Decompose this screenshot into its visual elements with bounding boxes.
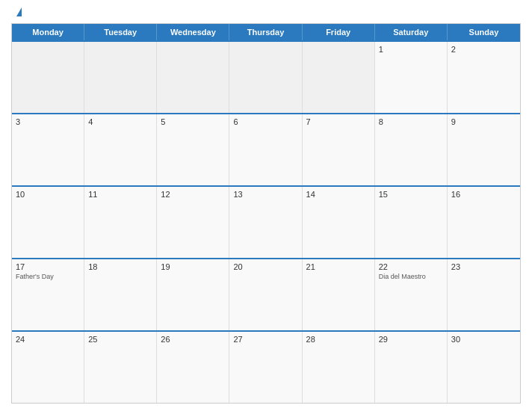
calendar-cell: 2 [448,42,520,113]
calendar-cell: 28 [303,332,375,403]
day-header-friday: Friday [303,24,375,40]
calendar-week-2: 3456789 [12,113,520,185]
calendar-cell: 16 [448,187,520,258]
calendar-cell: 21 [303,259,375,330]
page: MondayTuesdayWednesdayThursdayFridaySatu… [0,0,532,411]
day-number: 13 [233,190,297,199]
day-number: 8 [379,117,443,126]
calendar-cell: 3 [12,114,84,185]
calendar-cell: 5 [157,114,229,185]
calendar-header: MondayTuesdayWednesdayThursdayFridaySatu… [12,24,520,40]
day-number: 28 [306,335,371,344]
calendar-week-1: 12 [12,40,520,113]
calendar-week-5: 24252627282930 [12,330,520,403]
calendar-cell: 23 [448,259,520,330]
day-number: 17 [16,262,80,271]
day-number: 6 [233,117,297,126]
holiday-label: Father's Day [16,273,80,281]
calendar-cell: 24 [12,332,84,403]
calendar-cell [157,42,229,113]
header [11,7,521,17]
calendar-cell: 29 [375,332,448,403]
calendar-cell: 20 [229,259,302,330]
day-number: 30 [451,335,516,344]
day-number: 9 [451,117,516,126]
day-number: 4 [88,117,152,126]
calendar-cell [12,42,84,113]
calendar-cell: 12 [157,187,229,258]
calendar-cell: 7 [303,114,375,185]
day-number: 27 [233,335,297,344]
calendar: MondayTuesdayWednesdayThursdayFridaySatu… [11,23,521,404]
day-number: 11 [88,190,152,199]
calendar-cell: 6 [229,114,302,185]
calendar-cell: 19 [157,259,229,330]
day-number: 19 [161,262,225,271]
day-number: 12 [161,190,225,199]
calendar-cell: 15 [375,187,448,258]
logo-triangle-icon [16,7,22,16]
calendar-cell [84,42,157,113]
logo [15,7,22,17]
day-header-tuesday: Tuesday [84,24,157,40]
calendar-body: 1234567891011121314151617Father's Day181… [12,40,520,403]
holiday-label: Dia del Maestro [379,273,443,281]
day-header-sunday: Sunday [448,24,520,40]
day-number: 15 [379,190,443,199]
day-number: 18 [88,262,152,271]
day-number: 20 [233,262,297,271]
day-header-thursday: Thursday [229,24,302,40]
calendar-cell: 14 [303,187,375,258]
calendar-week-3: 10111213141516 [12,185,520,258]
calendar-cell [229,42,302,113]
calendar-cell: 1 [375,42,448,113]
calendar-cell: 17Father's Day [12,259,84,330]
day-number: 5 [161,117,225,126]
day-number: 23 [451,262,516,271]
calendar-week-4: 17Father's Day1819202122Dia del Maestro2… [12,258,520,330]
day-number: 14 [306,190,371,199]
day-number: 24 [16,335,80,344]
day-number: 16 [451,190,516,199]
calendar-cell: 26 [157,332,229,403]
calendar-cell: 9 [448,114,520,185]
day-number: 21 [306,262,371,271]
day-number: 2 [451,45,516,54]
calendar-cell: 25 [84,332,157,403]
calendar-cell: 13 [229,187,302,258]
calendar-cell: 11 [84,187,157,258]
day-number: 22 [379,262,443,271]
calendar-cell: 4 [84,114,157,185]
day-number: 10 [16,190,80,199]
calendar-cell: 30 [448,332,520,403]
day-number: 25 [88,335,152,344]
calendar-cell: 10 [12,187,84,258]
day-number: 29 [379,335,443,344]
day-number: 26 [161,335,225,344]
day-number: 3 [16,117,80,126]
day-header-wednesday: Wednesday [157,24,229,40]
calendar-cell: 22Dia del Maestro [375,259,448,330]
day-header-monday: Monday [12,24,84,40]
calendar-cell: 8 [375,114,448,185]
day-header-saturday: Saturday [375,24,448,40]
calendar-cell [303,42,375,113]
calendar-cell: 27 [229,332,302,403]
calendar-cell: 18 [84,259,157,330]
day-number: 1 [379,45,443,54]
day-number: 7 [306,117,371,126]
